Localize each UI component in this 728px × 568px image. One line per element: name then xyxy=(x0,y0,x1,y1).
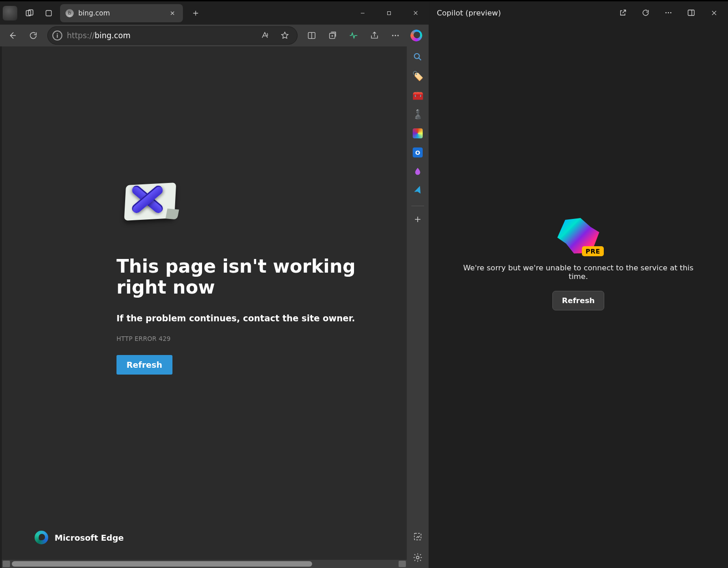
screenshot-icon[interactable] xyxy=(411,530,425,543)
url-text: https://bing.com xyxy=(67,31,253,40)
url-domain: bing.com xyxy=(95,31,131,40)
error-illustration xyxy=(120,178,183,224)
copilot-more-icon[interactable] xyxy=(659,4,678,22)
svg-point-7 xyxy=(395,35,396,36)
sidebar-divider xyxy=(411,206,424,206)
scroll-thumb[interactable] xyxy=(12,561,312,567)
drop-icon[interactable] xyxy=(411,165,425,178)
scroll-left-arrow-icon[interactable] xyxy=(3,561,10,567)
sidebar-add-icon[interactable] xyxy=(411,213,425,226)
profile-avatar[interactable] xyxy=(3,6,17,20)
copilot-title: Copilot (preview) xyxy=(437,9,610,17)
svg-point-8 xyxy=(397,35,399,36)
favorite-star-icon[interactable] xyxy=(277,28,293,43)
window-controls xyxy=(349,4,429,22)
copilot-pre-badge: PRE xyxy=(582,246,604,256)
address-bar[interactable]: i https://bing.com xyxy=(47,26,298,45)
title-bar: b bing.com xyxy=(0,1,429,25)
copilot-pane: Copilot (preview) xyxy=(429,1,728,568)
url-prefix: https:// xyxy=(67,31,95,40)
tab-title: bing.com xyxy=(78,9,163,17)
scroll-track[interactable] xyxy=(12,561,397,567)
split-screen-icon[interactable] xyxy=(302,26,321,45)
toolbox-icon[interactable]: 🧰 xyxy=(411,88,425,102)
outlook-icon[interactable]: O xyxy=(411,146,425,159)
nav-refresh-button[interactable] xyxy=(24,26,43,45)
tab-favicon-icon: b xyxy=(66,9,74,17)
toolbar: i https://bing.com xyxy=(0,25,429,46)
browser-window: b bing.com xyxy=(0,1,429,568)
page-brand-text: Microsoft Edge xyxy=(55,533,124,543)
svg-point-14 xyxy=(670,12,672,14)
site-info-icon[interactable]: i xyxy=(52,30,62,41)
error-code: HTTP ERROR 429 xyxy=(116,335,379,342)
microsoft-365-icon[interactable] xyxy=(411,127,425,140)
tab-actions-icon[interactable] xyxy=(39,3,58,23)
search-icon[interactable] xyxy=(411,50,425,64)
send-icon[interactable] xyxy=(409,182,426,199)
copilot-header: Copilot (preview) xyxy=(429,1,728,24)
window-minimize-button[interactable] xyxy=(349,4,376,22)
svg-point-13 xyxy=(668,12,669,14)
error-heading: This page isn't working right now xyxy=(116,256,379,298)
copilot-close-button[interactable] xyxy=(704,4,723,22)
performance-icon[interactable] xyxy=(344,26,363,45)
page-refresh-button[interactable]: Refresh xyxy=(116,355,172,375)
svg-point-6 xyxy=(392,35,394,36)
tab-close-button[interactable] xyxy=(167,8,177,18)
copilot-refresh-icon[interactable] xyxy=(636,4,655,22)
more-menu-icon[interactable] xyxy=(386,26,405,45)
collections-icon[interactable] xyxy=(323,26,342,45)
svg-point-9 xyxy=(415,54,420,59)
shopping-tag-icon[interactable]: 🏷️ xyxy=(411,69,425,83)
copilot-refresh-button[interactable]: Refresh xyxy=(552,291,604,310)
svg-point-12 xyxy=(665,12,667,14)
browser-tab[interactable]: b bing.com xyxy=(60,4,183,22)
games-icon[interactable]: ♟️ xyxy=(411,107,425,121)
page-viewport: This page isn't working right now If the… xyxy=(2,46,407,568)
svg-rect-15 xyxy=(688,10,694,15)
horizontal-scrollbar[interactable] xyxy=(2,560,407,568)
read-aloud-icon[interactable] xyxy=(257,28,273,43)
window-maximize-button[interactable] xyxy=(376,4,402,22)
svg-rect-2 xyxy=(46,10,51,16)
new-tab-button[interactable] xyxy=(187,4,205,22)
workspaces-icon[interactable] xyxy=(20,3,39,23)
window-close-button[interactable] xyxy=(402,4,429,22)
scroll-right-arrow-icon[interactable] xyxy=(399,561,406,567)
edge-logo-icon xyxy=(35,531,48,544)
nav-back-button[interactable] xyxy=(3,26,22,45)
settings-gear-icon[interactable] xyxy=(411,551,425,564)
page-brand-footer: Microsoft Edge xyxy=(35,531,124,544)
copilot-dock-icon[interactable] xyxy=(682,4,701,22)
copilot-toolbar-icon[interactable] xyxy=(407,26,426,45)
copilot-open-external-icon[interactable] xyxy=(613,4,632,22)
error-subheading: If the problem continues, contact the si… xyxy=(116,313,379,323)
edge-sidebar: 🏷️ 🧰 ♟️ O xyxy=(407,46,429,568)
copilot-body: PRE We're sorry but we're unable to conn… xyxy=(429,24,728,568)
copilot-logo: PRE xyxy=(556,218,600,254)
share-icon[interactable] xyxy=(365,26,384,45)
svg-point-11 xyxy=(416,556,419,559)
svg-rect-3 xyxy=(388,11,391,15)
copilot-error-message: We're sorry but we're unable to connect … xyxy=(460,264,697,281)
